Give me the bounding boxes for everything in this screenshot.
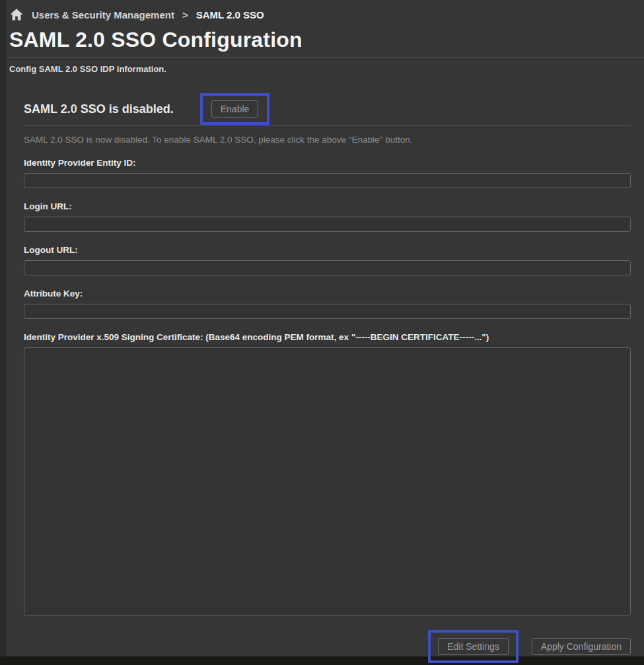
attribute-key-input[interactable]: [24, 304, 631, 319]
field-group-idp-entity-id: Identity Provider Entity ID:: [24, 158, 631, 188]
login-url-label: Login URL:: [24, 201, 631, 211]
page-title: SAML 2.0 SSO Configuration: [9, 28, 644, 52]
title-divider: [9, 57, 644, 57]
breadcrumb-item-users-security[interactable]: Users & Security Management: [32, 9, 174, 20]
enable-button-highlight-box: Enable: [200, 93, 270, 125]
footer-actions: Edit Settings Apply Configuration: [24, 630, 631, 663]
attribute-key-label: Attribute Key:: [24, 289, 631, 298]
idp-entity-id-label: Identity Provider Entity ID:: [24, 158, 631, 168]
breadcrumb-separator: >: [182, 9, 188, 20]
logout-url-label: Logout URL:: [24, 245, 631, 255]
breadcrumb-item-saml-sso: SAML 2.0 SSO: [196, 9, 264, 20]
edit-settings-button[interactable]: Edit Settings: [438, 638, 509, 655]
field-group-attribute-key: Attribute Key:: [24, 289, 631, 319]
field-group-logout-url: Logout URL:: [24, 245, 631, 275]
home-icon[interactable]: [9, 7, 24, 22]
idp-entity-id-input[interactable]: [24, 173, 631, 188]
status-help-text: SAML 2.0 SSO is now disabled. To enable …: [24, 135, 631, 145]
status-divider: [24, 125, 631, 126]
field-group-login-url: Login URL:: [24, 201, 631, 232]
status-row: SAML 2.0 SSO is disabled. Enable: [24, 93, 631, 125]
apply-configuration-button[interactable]: Apply Configuration: [532, 638, 631, 655]
sso-config-section: SAML 2.0 SSO is disabled. Enable SAML 2.…: [24, 93, 631, 663]
breadcrumb: Users & Security Management > SAML 2.0 S…: [9, 0, 644, 22]
logout-url-input[interactable]: [24, 260, 631, 275]
enable-button[interactable]: Enable: [211, 100, 259, 118]
edit-settings-highlight-box: Edit Settings: [428, 630, 519, 663]
login-url-input[interactable]: [24, 217, 631, 232]
signing-certificate-label: Identity Provider x.509 Signing Certific…: [24, 332, 631, 342]
page-subtitle: Config SAML 2.0 SSO IDP information.: [9, 64, 644, 74]
signing-certificate-textarea[interactable]: [24, 347, 631, 615]
status-heading: SAML 2.0 SSO is disabled.: [24, 102, 174, 116]
field-group-signing-certificate: Identity Provider x.509 Signing Certific…: [24, 332, 631, 618]
saml-sso-page: Users & Security Management > SAML 2.0 S…: [0, 0, 644, 663]
